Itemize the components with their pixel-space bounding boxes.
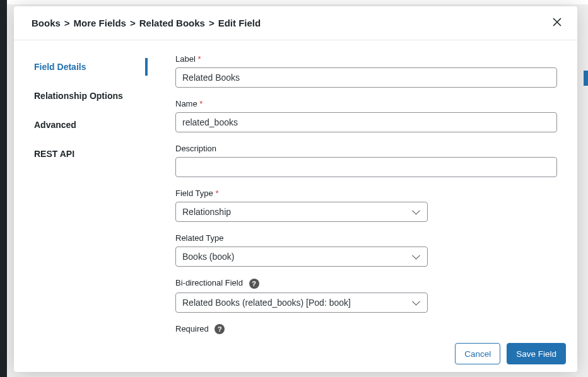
tab-label: Field Details — [34, 62, 86, 72]
breadcrumb-separator: > — [209, 18, 215, 28]
help-icon[interactable]: ? — [249, 279, 259, 289]
bg-row-white — [0, 0, 588, 4]
save-field-button[interactable]: Save Field — [507, 343, 566, 364]
field-group-description: Description — [175, 144, 557, 177]
tab-relationship-options[interactable]: Relationship Options — [14, 83, 156, 108]
field-group-label: Label * — [175, 54, 557, 88]
related-type-select[interactable]: Books (book) — [175, 246, 428, 267]
field-group-required: Required ? — [175, 324, 557, 335]
label-input[interactable] — [175, 67, 557, 88]
description-input[interactable] — [175, 157, 557, 177]
required-asterisk: * — [215, 188, 218, 198]
breadcrumb-separator: > — [64, 18, 70, 28]
tab-field-details[interactable]: Field Details — [14, 54, 156, 79]
related-type-select-wrap: Books (book) — [175, 246, 428, 267]
tab-label: Relationship Options — [34, 91, 123, 101]
field-group-name: Name * — [175, 99, 557, 132]
name-label: Name * — [175, 99, 557, 108]
modal-footer: Cancel Save Field — [14, 335, 577, 372]
breadcrumb: Books > More Fields > Related Books > Ed… — [32, 18, 261, 28]
close-icon — [553, 16, 562, 30]
admin-sidebar — [0, 0, 7, 377]
close-button[interactable] — [548, 14, 566, 32]
bg-accent-strip — [584, 71, 588, 86]
tab-rest-api[interactable]: REST API — [14, 141, 156, 166]
form-pane: Label * Name * Description — [156, 40, 577, 335]
field-group-bidirectional: Bi-directional Field ? Related Books (re… — [175, 278, 557, 313]
tab-advanced[interactable]: Advanced — [14, 112, 156, 137]
name-input[interactable] — [175, 112, 557, 132]
modal-body: Field Details Relationship Options Advan… — [14, 40, 577, 335]
bidirectional-select-wrap: Related Books (related_books) [Pod: book… — [175, 293, 428, 313]
cancel-button[interactable]: Cancel — [455, 343, 500, 364]
field-type-select-wrap: Relationship — [175, 202, 428, 222]
tabs-sidebar: Field Details Relationship Options Advan… — [14, 40, 156, 335]
help-icon[interactable]: ? — [215, 324, 225, 334]
breadcrumb-part: Edit Field — [218, 18, 261, 28]
breadcrumb-part: Related Books — [139, 18, 205, 28]
description-label: Description — [175, 144, 557, 153]
field-type-select[interactable]: Relationship — [175, 202, 428, 222]
field-type-label: Field Type * — [175, 188, 557, 198]
label-label: Label * — [175, 54, 557, 64]
field-group-related-type: Related Type Books (book) — [175, 233, 557, 267]
required-asterisk: * — [199, 99, 203, 108]
modal-header: Books > More Fields > Related Books > Ed… — [14, 6, 577, 40]
required-label: Required ? — [175, 324, 557, 335]
bidirectional-label: Bi-directional Field ? — [175, 278, 557, 289]
breadcrumb-part: More Fields — [74, 18, 126, 28]
bidirectional-select[interactable]: Related Books (related_books) [Pod: book… — [175, 293, 428, 313]
breadcrumb-part: Books — [32, 18, 61, 28]
tab-label: REST API — [34, 149, 74, 159]
tab-label: Advanced — [34, 120, 76, 130]
edit-field-modal: Books > More Fields > Related Books > Ed… — [14, 6, 577, 372]
breadcrumb-separator: > — [130, 18, 136, 28]
required-asterisk: * — [197, 54, 201, 64]
related-type-label: Related Type — [175, 233, 557, 243]
field-group-field-type: Field Type * Relationship — [175, 188, 557, 222]
